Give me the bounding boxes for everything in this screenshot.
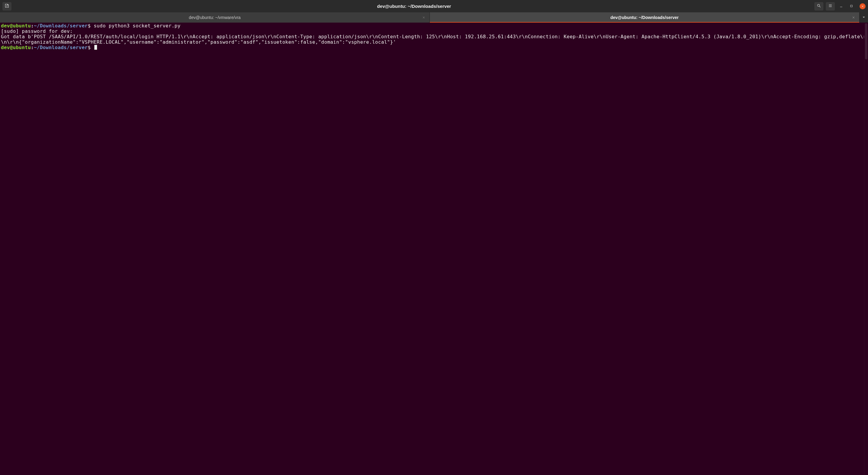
tab-overflow-button[interactable]	[860, 12, 868, 23]
close-icon	[861, 3, 864, 9]
tab-close-button[interactable]	[421, 15, 427, 20]
close-icon	[852, 15, 855, 20]
terminal-container: dev@ubuntu:~/Downloads/server$ sudo pyth…	[0, 23, 868, 475]
prompt-path: ~/Downloads/server	[34, 44, 88, 50]
tab-downloads-server[interactable]: dev@ubuntu: ~/Downloads/server	[430, 12, 860, 23]
maximize-icon	[849, 3, 853, 9]
window-close-button[interactable]	[860, 3, 866, 9]
new-tab-icon	[4, 3, 9, 9]
new-tab-button[interactable]	[2, 2, 11, 10]
search-icon	[817, 3, 821, 9]
scrollbar-thumb[interactable]	[865, 23, 867, 59]
tabbar: dev@ubuntu: ~/vmware/vra dev@ubuntu: ~/D…	[0, 12, 868, 23]
tab-label: dev@ubuntu: ~/Downloads/server	[610, 15, 678, 20]
prompt-user-host: dev@ubuntu	[1, 44, 31, 50]
window-title: dev@ubuntu: ~/Downloads/server	[14, 4, 814, 9]
svg-rect-6	[850, 5, 852, 7]
terminal-command: sudo python3 socket_server.py	[91, 23, 181, 29]
minimize-icon	[839, 3, 843, 9]
chevron-down-icon	[862, 15, 866, 20]
prompt-dollar: $	[88, 23, 91, 29]
hamburger-menu-button[interactable]	[826, 2, 835, 10]
prompt-dollar: $	[88, 44, 91, 50]
window-maximize-button[interactable]	[847, 2, 855, 10]
terminal-scrollbar[interactable]	[864, 23, 868, 475]
window-minimize-button[interactable]	[837, 2, 845, 10]
svg-line-1	[819, 6, 821, 7]
prompt-colon: :	[31, 44, 34, 50]
terminal-output-line: Got data b'POST /SAAS/API/1.0/REST/auth/…	[1, 34, 866, 45]
tab-close-button[interactable]	[851, 15, 856, 20]
search-button[interactable]	[814, 2, 824, 10]
titlebar: dev@ubuntu: ~/Downloads/server	[0, 0, 868, 12]
close-icon	[422, 15, 425, 20]
titlebar-right-controls	[814, 2, 866, 10]
terminal-command	[91, 44, 94, 50]
terminal-cursor	[94, 45, 97, 50]
prompt-user-host: dev@ubuntu	[1, 23, 31, 29]
tab-vmware-vra[interactable]: dev@ubuntu: ~/vmware/vra	[0, 12, 430, 23]
svg-point-0	[817, 4, 819, 6]
hamburger-icon	[828, 3, 832, 9]
prompt-path: ~/Downloads/server	[34, 23, 88, 29]
prompt-colon: :	[31, 23, 34, 29]
tab-label: dev@ubuntu: ~/vmware/vra	[189, 15, 241, 20]
terminal[interactable]: dev@ubuntu:~/Downloads/server$ sudo pyth…	[0, 23, 868, 475]
terminal-output-line: [sudo] password for dev:	[1, 28, 73, 34]
